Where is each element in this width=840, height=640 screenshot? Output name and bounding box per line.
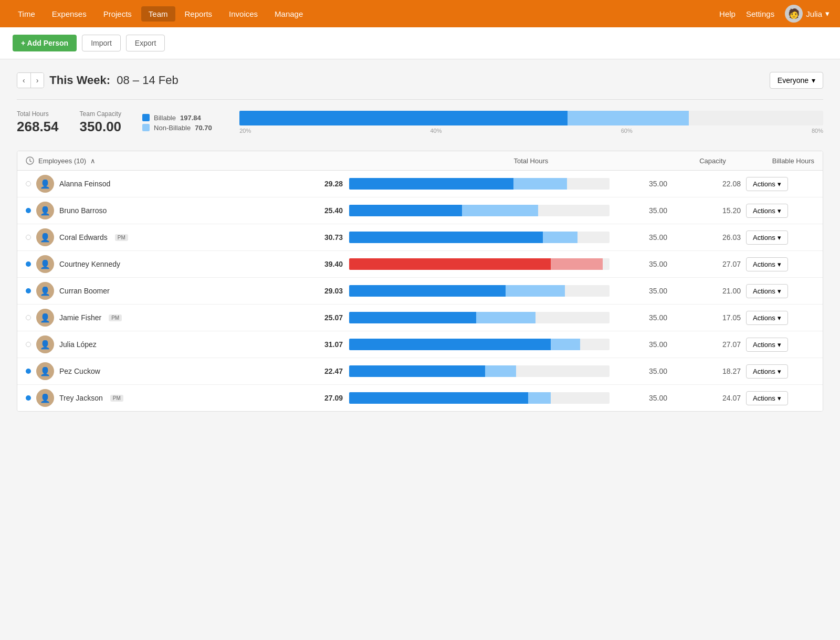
tick-40: 40% [430, 128, 442, 134]
chevron-down-icon: ▾ [778, 368, 781, 375]
import-button[interactable]: Import [82, 35, 121, 51]
chevron-down-icon: ▾ [778, 180, 781, 188]
actions-button[interactable]: Actions ▾ [746, 230, 788, 245]
non-billable-legend-value: 70.70 [195, 124, 218, 132]
nav-right: Help Settings 🧑 Julia ▾ [719, 5, 830, 23]
table-row: 👤 Trey Jackson PM 27.09 35.00 24.07 Acti… [17, 385, 823, 411]
pm-badge: PM [110, 395, 123, 402]
billable-hours-cell: 27.07 [673, 260, 746, 268]
nav-settings[interactable]: Settings [746, 9, 774, 18]
employee-table: Employees (10) ∧ Total Hours Capacity Bi… [17, 151, 823, 412]
next-week-button[interactable]: › [31, 73, 44, 88]
nav-items: Time Expenses Projects Team Reports Invo… [10, 6, 719, 22]
actions-label: Actions [753, 260, 775, 268]
employee-name: Jamie Fisher [59, 313, 101, 322]
billable-hours-cell: 18.27 [673, 367, 746, 375]
employee-name: Alanna Feinsod [59, 180, 110, 188]
status-dot [26, 208, 31, 213]
week-nav: ‹ › This Week: 08 – 14 Feb Everyone ▾ [17, 72, 823, 89]
nav-item-reports[interactable]: Reports [177, 6, 220, 22]
everyone-filter-button[interactable]: Everyone ▾ [770, 72, 823, 89]
actions-label: Actions [753, 394, 775, 402]
capacity-col-header: Capacity [699, 157, 726, 165]
table-row: 👤 Bruno Barroso 25.40 35.00 15.20 Action… [17, 197, 823, 224]
actions-button[interactable]: Actions ▾ [746, 284, 788, 298]
actions-button[interactable]: Actions ▾ [746, 311, 788, 325]
avatar: 🧑 [785, 5, 803, 23]
week-range: 08 – 14 Feb [117, 74, 178, 87]
chevron-down-icon: ▾ [778, 260, 781, 268]
employee-name: Courtney Kennedy [59, 260, 120, 268]
mini-bar-track [349, 339, 610, 350]
total-hours-value: 268.54 [17, 119, 59, 135]
nav-item-time[interactable]: Time [10, 6, 43, 22]
summary-bar-track [239, 111, 823, 125]
avatar: 👤 [36, 228, 54, 246]
week-title-label: This Week: [49, 74, 110, 87]
actions-button[interactable]: Actions ▾ [746, 204, 788, 218]
billable-hours-cell: 15.20 [673, 206, 746, 215]
team-capacity-stat: Team Capacity 350.00 [80, 110, 122, 135]
nav-item-expenses[interactable]: Expenses [45, 6, 94, 22]
employee-cell: 👤 Julia López [26, 335, 286, 353]
billable-hours-cell: 27.07 [673, 340, 746, 349]
nav-item-projects[interactable]: Projects [96, 6, 139, 22]
billable-legend-item: Billable 197.84 [142, 114, 218, 122]
nav-item-manage[interactable]: Manage [267, 6, 310, 22]
mini-bar-track [349, 312, 610, 323]
actions-cell: Actions ▾ [746, 391, 814, 405]
add-person-button[interactable]: + Add Person [13, 35, 77, 51]
billable-hours-cell: 26.03 [673, 233, 746, 242]
total-hours-cell: 25.40 [286, 206, 349, 215]
pm-badge: PM [115, 234, 128, 241]
actions-label: Actions [753, 341, 775, 349]
nav-user[interactable]: 🧑 Julia ▾ [785, 5, 830, 23]
summary-bar-nonbillable [568, 111, 689, 125]
capacity-cell: 35.00 [610, 287, 673, 295]
mini-bar-track [349, 205, 610, 216]
nav-help[interactable]: Help [719, 9, 736, 18]
section-header[interactable]: Employees (10) ∧ Total Hours Capacity Bi… [17, 151, 823, 171]
avatar: 👤 [36, 202, 54, 219]
actions-button[interactable]: Actions ▾ [746, 364, 788, 379]
tick-20: 20% [239, 128, 251, 134]
avatar: 👤 [36, 175, 54, 193]
nav-item-team[interactable]: Team [141, 6, 175, 22]
actions-button[interactable]: Actions ▾ [746, 391, 788, 405]
total-hours-label: Total Hours [17, 110, 59, 118]
summary-bar-fill [239, 111, 689, 125]
week-title: This Week: 08 – 14 Feb [49, 74, 178, 87]
chevron-down-icon: ▾ [778, 314, 781, 322]
actions-button[interactable]: Actions ▾ [746, 257, 788, 271]
bar-cell [349, 205, 610, 216]
capacity-cell: 35.00 [610, 206, 673, 215]
status-dot [26, 288, 31, 293]
employee-cell: 👤 Alanna Feinsod [26, 175, 286, 193]
table-row: 👤 Coral Edwards PM 30.73 35.00 26.03 Act… [17, 224, 823, 251]
actions-cell: Actions ▾ [746, 338, 814, 352]
actions-button[interactable]: Actions ▾ [746, 338, 788, 352]
avatar: 👤 [36, 362, 54, 380]
table-row: 👤 Alanna Feinsod 29.28 35.00 22.08 Actio… [17, 171, 823, 197]
everyone-label: Everyone [778, 76, 808, 85]
non-billable-color-swatch [142, 124, 150, 131]
billable-hours-cell: 22.08 [673, 180, 746, 188]
nav-item-invoices[interactable]: Invoices [222, 6, 265, 22]
bar-cell [349, 232, 610, 243]
prev-week-button[interactable]: ‹ [17, 73, 31, 88]
status-dot [26, 181, 31, 186]
actions-button[interactable]: Actions ▾ [746, 177, 788, 191]
tick-60: 60% [621, 128, 633, 134]
billable-hours-col-header: Billable Hours [772, 157, 814, 165]
total-hours-col-header: Total Hours [513, 157, 548, 165]
stats-row: Total Hours 268.54 Team Capacity 350.00 … [17, 110, 823, 135]
total-hours-cell: 29.03 [286, 287, 349, 295]
avatar: 👤 [36, 255, 54, 273]
legend: Billable 197.84 Non-Billable 70.70 [142, 114, 218, 132]
export-button[interactable]: Export [126, 35, 165, 51]
bar-cell [349, 258, 610, 270]
team-capacity-value: 350.00 [80, 119, 122, 135]
total-hours-cell: 30.73 [286, 233, 349, 242]
avatar: 👤 [36, 309, 54, 327]
actions-cell: Actions ▾ [746, 284, 814, 298]
